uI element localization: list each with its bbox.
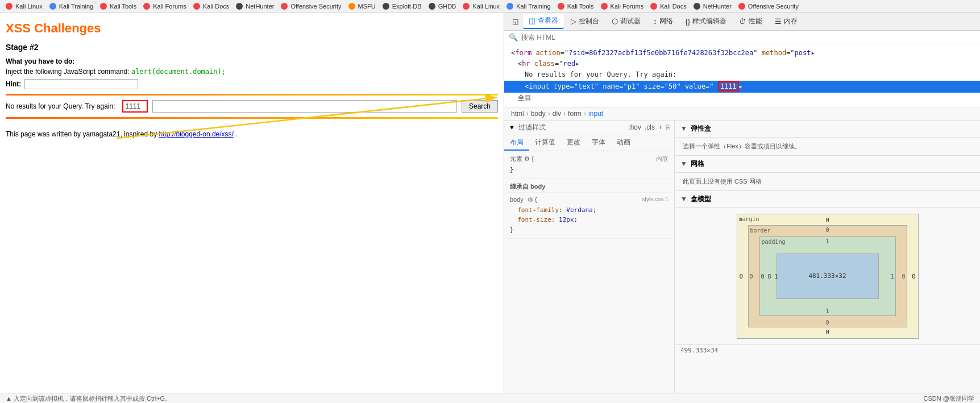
margin-left: 0: [740, 272, 744, 280]
bookmark-label: Kali Forums: [611, 3, 644, 10]
search-value-input[interactable]: [122, 100, 148, 113]
body-gear[interactable]: ⚙: [528, 196, 533, 203]
kali-icon: [193, 3, 200, 10]
element-rule-body: }: [510, 165, 668, 175]
breadcrumb-body[interactable]: body: [531, 110, 546, 118]
styles-panel: ▼ 过滤样式 :hov .cls + ⎘ 布局 计算值 更改 字体 动画: [504, 121, 675, 393]
devtools-bottom: ▼ 过滤样式 :hov .cls + ⎘ 布局 计算值 更改 字体 动画: [504, 121, 980, 393]
html-tree-line-5[interactable]: 全目: [511, 93, 973, 103]
bookmark-kali-training-1[interactable]: Kali Training: [47, 2, 96, 10]
bookmark-offsec-1[interactable]: Offensive Security: [279, 2, 343, 10]
element-brace-close: }: [510, 166, 514, 173]
webpage-panel: XSS Challenges Stage #2 What you have to…: [0, 13, 504, 393]
devtools-pick-icon[interactable]: ◱: [509, 15, 522, 28]
bookmark-kali-docs-1[interactable]: Kali Docs: [191, 2, 231, 10]
kali-icon: [694, 3, 700, 10]
box-model: margin 0 0 0 0 border 0 0 0 0 paddin: [737, 214, 919, 339]
inherited-header: 继承自 body: [504, 179, 674, 193]
flexbox-title: 弹性盒: [691, 124, 711, 134]
body-selector[interactable]: body: [510, 196, 524, 203]
hint-input[interactable]: [24, 79, 138, 89]
tab-layout[interactable]: 布局: [504, 135, 529, 151]
element-gear[interactable]: ⚙: [524, 155, 530, 162]
padding-left: 0 8 1: [761, 273, 778, 279]
html-tree-line-3[interactable]: No results for your Query. Try again:: [511, 69, 973, 80]
tab-computed[interactable]: 计算值: [529, 135, 561, 151]
devtools-size-footer: 499.333×34: [675, 344, 980, 356]
search-main-input[interactable]: [152, 100, 457, 113]
breadcrumb-div[interactable]: div: [553, 110, 561, 118]
bookmark-kali-forums-1[interactable]: Kali Forums: [141, 2, 189, 10]
bookmark-exploitdb[interactable]: Exploit-DB: [380, 2, 424, 10]
html-tree-line-2[interactable]: <hr class="red▸: [511, 59, 973, 69]
tab-style-editor[interactable]: {} 样式编辑器: [680, 14, 733, 28]
margin-label: margin: [739, 216, 759, 222]
padding-bottom: 1: [825, 308, 829, 314]
html-tree-line-1[interactable]: <form action="?sid=86f2327acbf13f5e0bb71…: [511, 48, 973, 59]
bookmark-nethunter-2[interactable]: NetHunter: [691, 2, 734, 10]
computed-panel: ▼ 弹性盒 选择一个弹性（Flex）容器或项目以继续。 ▼ 网格 此页面上没有使…: [675, 121, 980, 393]
kali-icon: [281, 3, 288, 10]
flexbox-chevron: ▼: [680, 124, 687, 132]
tab-inspector[interactable]: ◫ 查看器: [523, 14, 564, 29]
breadcrumb-bar: html › body › div › form › input: [504, 107, 980, 121]
html-search-input[interactable]: [521, 34, 975, 41]
bookmark-kali-docs-2[interactable]: Kali Docs: [648, 2, 688, 10]
bookmark-kali-training-2[interactable]: Kali Training: [504, 2, 553, 10]
tab-performance-label: 性能: [749, 16, 762, 26]
bookmark-label: Offensive Security: [290, 3, 341, 10]
tab-performance[interactable]: ⏱ 性能: [733, 14, 768, 28]
element-size-value: 499.333×34: [680, 347, 718, 354]
breadcrumb-input[interactable]: input: [588, 110, 603, 118]
bookmark-label: Kali Training: [59, 3, 94, 10]
box-model-title: 盒模型: [691, 194, 711, 204]
styles-hov[interactable]: :hov: [628, 123, 641, 131]
performance-icon: ⏱: [739, 17, 746, 26]
bookmark-label: GHDB: [438, 3, 456, 10]
tab-console[interactable]: ▷ 控制台: [565, 14, 605, 28]
padding-label: padding: [762, 239, 786, 245]
html-tree-line-selected[interactable]: <input type="text" name="p1" size="50" v…: [504, 81, 980, 93]
breadcrumb-html[interactable]: html: [511, 110, 524, 118]
grid-title: 网格: [691, 159, 704, 169]
kali-icon: [236, 3, 243, 10]
tab-animations[interactable]: 动画: [611, 135, 636, 151]
bookmark-kali-linux-2[interactable]: Kali Linux: [460, 2, 502, 10]
bookmark-kali-tools-1[interactable]: Kali Tools: [98, 2, 139, 10]
element-rule-header: 元素 ⚙ { 内联: [510, 155, 668, 163]
bookmark-kali-linux-1[interactable]: Kali Linux: [3, 2, 45, 10]
tab-memory[interactable]: ☰ 内存: [769, 14, 803, 28]
footer-link[interactable]: http://blogged-on.de/xss/: [159, 130, 233, 138]
bookmark-label: Kali Tools: [110, 3, 136, 10]
body-brace-open: {: [535, 196, 537, 203]
flexbox-section-header[interactable]: ▼ 弹性盒: [675, 121, 980, 138]
watermark: CSDN @张朋同学: [924, 394, 974, 403]
box-content: 481.333×32: [776, 254, 879, 299]
tab-changes[interactable]: 更改: [561, 135, 586, 151]
box-model-section-header[interactable]: ▼ 盒模型: [675, 191, 980, 208]
styles-tabs: 布局 计算值 更改 字体 动画: [504, 135, 674, 151]
bookmark-nethunter-1[interactable]: NetHunter: [234, 2, 276, 10]
tab-network[interactable]: ↕ 网络: [647, 14, 679, 28]
bookmark-kali-forums-2[interactable]: Kali Forums: [599, 2, 646, 10]
styles-add[interactable]: +: [658, 123, 662, 131]
styles-cls[interactable]: .cls: [645, 123, 655, 131]
bookmark-offsec-2[interactable]: Offensive Security: [736, 2, 801, 10]
tab-fonts[interactable]: 字体: [586, 135, 611, 151]
orange-separator-2: [6, 117, 498, 119]
bookmark-ghdb[interactable]: GHDB: [426, 2, 459, 10]
border-label: border: [750, 227, 771, 234]
search-button[interactable]: Search: [462, 100, 498, 113]
body-brace-close: }: [510, 226, 514, 234]
page-title: XSS Challenges: [6, 21, 498, 36]
grid-chevron: ▼: [680, 160, 687, 168]
breadcrumb-form[interactable]: form: [568, 110, 582, 118]
grid-section-header[interactable]: ▼ 网格: [675, 156, 980, 173]
bookmark-kali-tools-2[interactable]: Kali Tools: [555, 2, 596, 10]
html-tree: <form action="?sid=86f2327acbf13f5e0bb71…: [504, 44, 980, 107]
bookmark-label: NetHunter: [246, 3, 274, 10]
styles-copy[interactable]: ⎘: [666, 123, 670, 131]
tab-debugger[interactable]: ⬡ 调试器: [606, 14, 646, 28]
bookmark-msfu[interactable]: MSFU: [346, 2, 378, 10]
border-left: 0: [750, 273, 753, 279]
